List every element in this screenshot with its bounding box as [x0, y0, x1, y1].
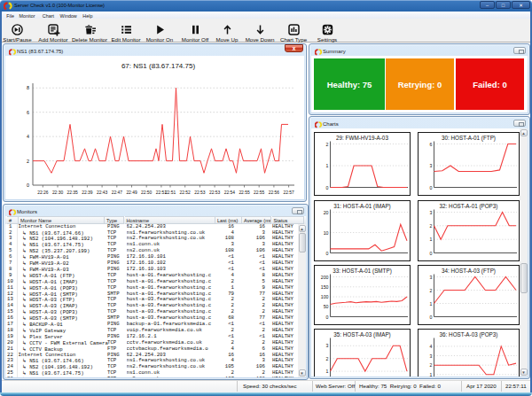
svg-text:3: 3	[430, 163, 433, 168]
svg-text:22:57: 22:57	[283, 190, 294, 195]
svg-text:2: 2	[27, 159, 29, 164]
svg-text:1: 1	[326, 369, 329, 374]
svg-text:0: 0	[326, 185, 329, 190]
svg-text:150: 150	[321, 284, 329, 290]
svg-text:0: 0	[430, 185, 433, 190]
svg-text:100: 100	[321, 294, 329, 299]
svg-text:22:51: 22:51	[165, 190, 176, 195]
svg-text:22:55: 22:55	[239, 190, 250, 195]
svg-text:0: 0	[430, 251, 433, 256]
svg-text:22:56: 22:56	[269, 190, 280, 195]
svg-text:22:53: 22:53	[194, 190, 206, 195]
svg-text:3: 3	[430, 353, 433, 359]
svg-text:4: 4	[430, 344, 433, 349]
svg-text:2: 2	[430, 288, 433, 293]
svg-text:2: 2	[430, 223, 433, 229]
svg-text:0: 0	[326, 314, 329, 320]
svg-text:22:49: 22:49	[126, 190, 137, 195]
svg-text:22:53: 22:53	[209, 190, 221, 195]
svg-text:22:43: 22:43	[97, 190, 108, 195]
svg-text:8: 8	[27, 85, 29, 90]
svg-text:3: 3	[326, 343, 329, 348]
svg-text:3: 3	[430, 210, 433, 215]
svg-text:0: 0	[326, 251, 329, 256]
svg-text:6: 6	[430, 142, 433, 147]
svg-text:22:54: 22:54	[224, 190, 236, 195]
svg-text:0: 0	[27, 182, 29, 188]
svg-text:6: 6	[27, 110, 29, 115]
svg-text:50: 50	[324, 304, 329, 309]
svg-text:0: 0	[430, 314, 433, 320]
svg-text:2: 2	[430, 362, 433, 368]
svg-text:22:47: 22:47	[112, 190, 123, 195]
svg-text:20: 20	[324, 210, 329, 215]
svg-text:22:35: 22:35	[67, 190, 79, 195]
svg-text:200: 200	[321, 275, 329, 280]
svg-text:22:52: 22:52	[180, 190, 192, 195]
svg-text:1: 1	[430, 372, 433, 377]
svg-text:22:55: 22:55	[254, 190, 265, 195]
svg-text:2: 2	[326, 142, 329, 147]
svg-text:22:26: 22:26	[37, 190, 49, 195]
svg-text:22:30: 22:30	[52, 190, 64, 195]
svg-text:22:39: 22:39	[82, 190, 93, 195]
svg-text:3: 3	[430, 275, 433, 280]
svg-text:22:50: 22:50	[141, 190, 153, 195]
svg-text:4: 4	[27, 134, 29, 139]
svg-text:1: 1	[430, 237, 433, 242]
svg-text:1: 1	[326, 163, 329, 168]
svg-text:10: 10	[324, 230, 329, 236]
svg-text:2: 2	[326, 356, 329, 361]
svg-text:1: 1	[430, 301, 433, 307]
